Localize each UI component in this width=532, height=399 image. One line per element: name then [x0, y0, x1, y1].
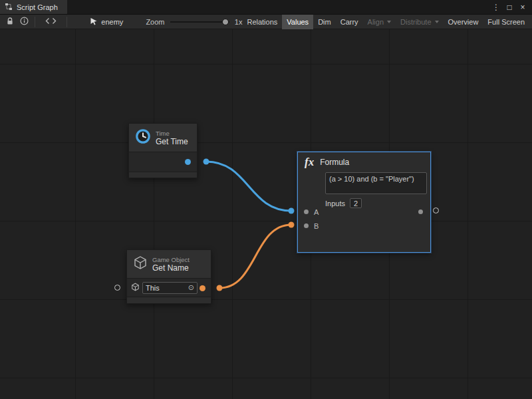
dim-button-label: Dim [318, 18, 331, 26]
lock-icon [6, 17, 14, 27]
graph-pointer-icon [90, 17, 98, 27]
cube-icon-small [131, 282, 140, 294]
get-name-target-value: This [146, 284, 160, 292]
graph-canvas[interactable]: Time Get Time fx Formula (a > 10) and (b… [0, 29, 532, 399]
formula-fx-icon: fx [305, 156, 314, 169]
get-time-footer [129, 172, 197, 178]
formula-output-hollow-port[interactable] [433, 207, 439, 213]
relations-button[interactable]: Relations [242, 15, 282, 29]
get-time-category: Time [156, 130, 188, 137]
graph-name-group[interactable]: enemy [90, 17, 123, 27]
values-button[interactable]: Values [282, 15, 313, 29]
toolbar-separator [35, 17, 35, 27]
wire-orange-end-dot [289, 222, 295, 228]
toolbar-separator [66, 17, 67, 27]
formula-port-b-label: B [314, 222, 319, 230]
carry-button[interactable]: Carry [336, 15, 363, 29]
code-icon [45, 17, 57, 26]
chevron-down-icon [387, 21, 391, 23]
window-title: Script Graph [17, 3, 58, 11]
wire-get-name-to-formula-b [219, 225, 291, 288]
zoom-label: Zoom [146, 18, 164, 26]
wire-orange-start-dot [217, 285, 223, 291]
formula-port-row-b: B [298, 219, 430, 233]
dim-button[interactable]: Dim [313, 15, 336, 29]
values-button-label: Values [287, 18, 309, 26]
formula-output-port[interactable] [418, 209, 423, 214]
zoom-value: 1x [235, 18, 243, 26]
get-name-category: Game Object [152, 256, 190, 263]
overview-button-label: Overview [448, 18, 479, 26]
info-icon [20, 17, 29, 27]
clock-icon [135, 128, 151, 147]
lock-button[interactable] [3, 15, 17, 29]
wire-blue-start-dot [203, 159, 209, 165]
get-name-footer [127, 297, 211, 303]
object-picker-icon: ⊙ [188, 284, 194, 291]
wire-get-time-to-formula-a [206, 162, 291, 211]
script-graph-window: Script Graph ⋮ □ × [0, 0, 532, 399]
zoom-slider[interactable] [170, 15, 229, 29]
formula-port-row-a: A [298, 205, 430, 219]
window-controls: ⋮ □ × [490, 0, 532, 14]
info-button[interactable] [17, 15, 32, 29]
node-get-time[interactable]: Time Get Time [128, 123, 198, 178]
toolbar-buttons: Relations Values Dim Carry Align Distrib… [242, 15, 529, 29]
distribute-button-label: Distribute [400, 18, 431, 26]
get-name-output-port[interactable] [200, 285, 205, 291]
tab-script-graph[interactable]: Script Graph [0, 0, 67, 14]
window-menu-button[interactable]: ⋮ [490, 1, 502, 14]
connection-wires [0, 29, 532, 399]
formula-input-port-a[interactable] [304, 209, 309, 214]
code-view-button[interactable] [38, 15, 65, 29]
chevron-down-icon [435, 21, 439, 23]
formula-port-a-label: A [314, 208, 319, 216]
close-button[interactable]: × [517, 1, 529, 14]
formula-expression-input[interactable]: (a > 10) and (b = "Player") [325, 172, 427, 194]
cube-icon [133, 255, 148, 273]
relations-button-label: Relations [247, 18, 277, 26]
toolbar: enemy Zoom 1x Relations Values Dim Carry… [0, 15, 532, 29]
get-time-header: Time Get Time [129, 124, 197, 152]
carry-button-label: Carry [340, 18, 358, 26]
script-graph-icon [5, 1, 13, 13]
get-name-input-hollow-port[interactable] [114, 285, 120, 291]
zoom-slider-track [170, 21, 229, 23]
get-time-body [129, 152, 197, 172]
align-button[interactable]: Align [363, 15, 396, 29]
formula-input-port-b[interactable] [304, 223, 309, 228]
full-screen-button-label: Full Screen [487, 18, 525, 26]
formula-header: fx Formula [298, 152, 430, 172]
formula-title: Formula [320, 158, 349, 167]
zoom-slider-handle[interactable] [222, 19, 229, 25]
get-time-output-port[interactable] [185, 159, 191, 165]
wire-blue-end-dot [289, 208, 295, 214]
node-formula[interactable]: fx Formula (a > 10) and (b = "Player") I… [297, 152, 431, 253]
distribute-button[interactable]: Distribute [396, 15, 443, 29]
get-time-title: Get Time [156, 137, 188, 146]
align-button-label: Align [368, 18, 384, 26]
get-name-body: This ⊙ [127, 278, 211, 297]
get-name-header: Game Object Get Name [127, 250, 211, 278]
node-get-name[interactable]: Game Object Get Name This ⊙ [126, 249, 211, 304]
maximize-button[interactable]: □ [503, 1, 515, 14]
titlebar: Script Graph ⋮ □ × [0, 0, 532, 15]
overview-button[interactable]: Overview [444, 15, 483, 29]
full-screen-button[interactable]: Full Screen [483, 15, 529, 29]
get-name-title: Get Name [152, 263, 190, 273]
graph-name-label: enemy [101, 18, 123, 26]
get-name-target-dropdown[interactable]: This ⊙ [142, 282, 198, 294]
